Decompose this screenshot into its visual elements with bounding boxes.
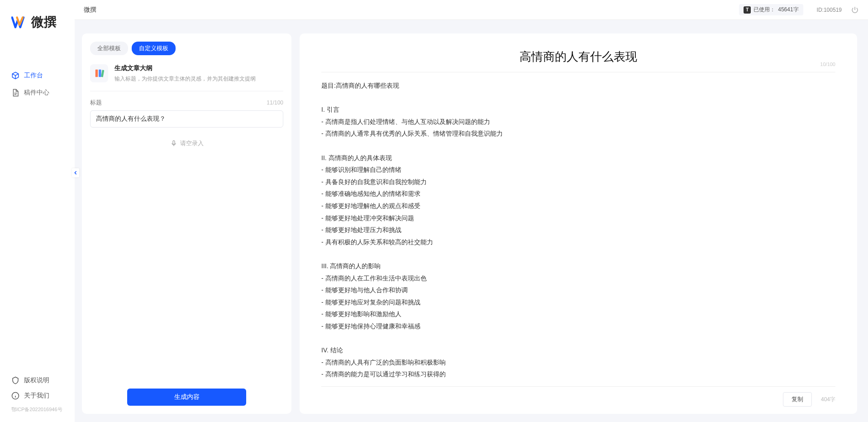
sidebar-item-drafts[interactable]: 稿件中心 — [0, 84, 75, 101]
title-label: 标题 — [90, 99, 102, 107]
user-id: ID:100519 — [817, 7, 842, 13]
voice-hint-text: 请空录入 — [180, 139, 204, 147]
topbar: 微撰 T 已使用： 45641字 ID:100519 — [75, 0, 868, 20]
output-body: 题目:高情商的人有哪些表现 I. 引言 - 高情商是指人们处理情绪、与他人互动以… — [321, 80, 835, 382]
generate-button[interactable]: 生成内容 — [127, 389, 246, 406]
chevron-left-icon — [73, 171, 78, 175]
voice-hint[interactable]: 请空录入 — [90, 128, 283, 147]
output-panel: 高情商的人有什么表现 10/100 题目:高情商的人有哪些表现 I. 引言 - … — [300, 33, 857, 414]
token-badge-icon: T — [744, 6, 751, 14]
output-footer: 复制 404字 — [321, 386, 835, 407]
title-form: 标题 11/100 请空录入 — [82, 99, 291, 147]
brand-name: 微撰 — [31, 14, 57, 31]
svg-rect-5 — [101, 70, 104, 77]
input-panel: 全部模板 自定义模板 生成文章大纲 输入标题，为你提供文章主体的灵感，并为其创建… — [82, 33, 291, 414]
tab-all-templates[interactable]: 全部模板 — [90, 42, 128, 55]
svg-rect-3 — [95, 70, 98, 77]
copy-button[interactable]: 复制 — [783, 392, 812, 407]
shield-icon — [11, 376, 19, 384]
sidebar-collapse-handle[interactable] — [72, 168, 79, 177]
separator — [90, 91, 283, 91]
svg-rect-6 — [173, 141, 175, 144]
template-icon — [90, 64, 108, 82]
usage-prefix: 已使用： — [754, 6, 775, 14]
sidebar-nav: 工作台 稿件中心 — [0, 40, 75, 373]
cube-icon — [11, 71, 19, 80]
output-separator — [321, 72, 835, 72]
usage-value: 45641字 — [778, 6, 798, 14]
document-icon — [11, 89, 19, 97]
power-icon[interactable] — [851, 6, 859, 14]
sidebar-item-copyright[interactable]: 版权说明 — [0, 373, 75, 388]
content: 全部模板 自定义模板 生成文章大纲 输入标题，为你提供文章主体的灵感，并为其创建… — [75, 20, 868, 422]
template-card: 生成文章大纲 输入标题，为你提供文章主体的灵感，并为其创建推文提纲 — [82, 55, 291, 91]
footer-item-label: 关于我们 — [24, 392, 49, 400]
brand-logo: 微撰 — [0, 0, 75, 40]
icp-text: 鄂ICP备2022016946号 — [0, 403, 75, 417]
template-desc: 输入标题，为你提供文章主体的灵感，并为其创建推文提纲 — [114, 75, 283, 83]
logo-mark-icon — [11, 15, 28, 29]
output-title-counter: 10/100 — [820, 62, 835, 67]
sidebar-footer: 版权说明 关于我们 鄂ICP备2022016946号 — [0, 373, 75, 422]
mic-icon — [170, 140, 177, 147]
tab-custom-templates[interactable]: 自定义模板 — [132, 42, 176, 55]
title-char-count: 11/100 — [267, 100, 283, 106]
output-word-count: 404字 — [821, 396, 835, 403]
output-title: 高情商的人有什么表现 — [321, 43, 835, 72]
template-name: 生成文章大纲 — [114, 64, 283, 72]
title-input[interactable] — [90, 110, 283, 128]
usage-pill[interactable]: T 已使用： 45641字 — [739, 4, 803, 15]
sidebar-item-workspace[interactable]: 工作台 — [0, 67, 75, 84]
main-region: 微撰 T 已使用： 45641字 ID:100519 全部模板 自定义模板 — [75, 0, 868, 422]
sidebar: 微撰 工作台 稿件中心 版权说明 关于我们 鄂ICP备2022016946号 — [0, 0, 75, 422]
template-tabs: 全部模板 自定义模板 — [82, 42, 291, 55]
sidebar-item-label: 工作台 — [24, 71, 43, 80]
footer-item-label: 版权说明 — [24, 376, 49, 384]
svg-rect-4 — [99, 70, 101, 77]
sidebar-item-label: 稿件中心 — [24, 89, 49, 97]
topbar-title: 微撰 — [84, 6, 96, 14]
info-icon — [11, 392, 19, 400]
sidebar-item-about[interactable]: 关于我们 — [0, 388, 75, 403]
